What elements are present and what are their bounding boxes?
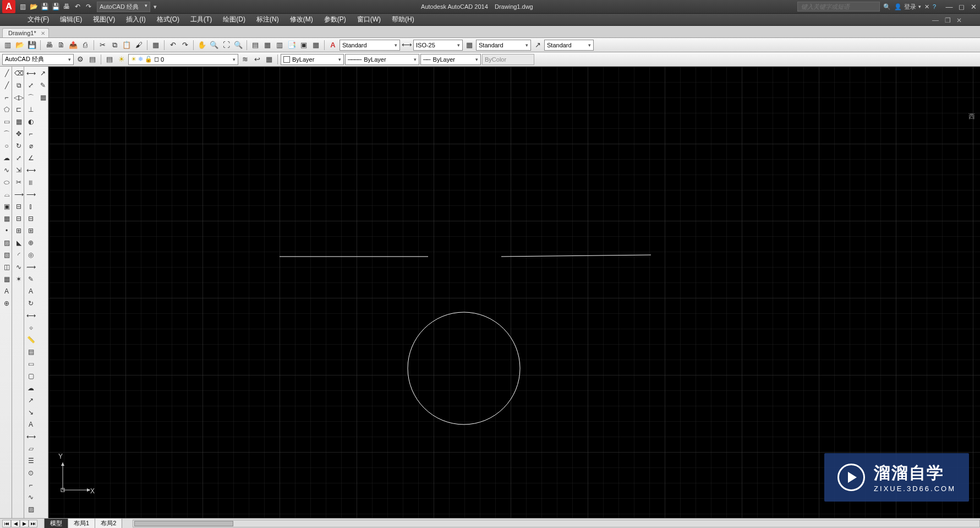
cut-icon[interactable]: ✂	[97, 40, 108, 51]
viewcube-west[interactable]: 西	[963, 100, 980, 133]
menu-tools[interactable]: 工具(T)	[185, 14, 217, 25]
menu-dimension[interactable]: 标注(N)	[251, 14, 284, 25]
layer-state-icon[interactable]: ▦	[264, 54, 275, 65]
layer-states-icon[interactable]: ☀	[116, 54, 127, 65]
jogged-linear-icon[interactable]: ⟿	[26, 262, 36, 272]
wipeout-icon[interactable]: ▭	[26, 359, 36, 369]
stretch-icon[interactable]: ⇲	[14, 165, 24, 175]
ellipse-arc-icon[interactable]: ⌓	[2, 189, 12, 199]
reassociate-icon[interactable]: ⟐	[26, 323, 36, 333]
text-icon[interactable]: A	[26, 420, 36, 429]
revcloud-icon[interactable]: ☁	[26, 383, 36, 393]
doc-minimize-icon[interactable]: —	[932, 17, 939, 24]
extend-icon[interactable]: ⟶	[14, 189, 24, 199]
dim-style-dropdown[interactable]: ISO-25	[413, 40, 463, 51]
prev-layout-icon[interactable]: ◀	[11, 520, 20, 527]
doc-restore-icon[interactable]: ❐	[945, 17, 951, 24]
layout-tab-layout1[interactable]: 布局1	[68, 519, 95, 529]
line-icon[interactable]: ╱	[2, 68, 12, 78]
blend-icon[interactable]: ∿	[14, 262, 24, 272]
plot-icon[interactable]: 🖶	[62, 2, 72, 12]
table-style-dropdown[interactable]: Standard	[476, 40, 531, 51]
layer-props-icon[interactable]: ▤	[104, 54, 115, 65]
dim-style-icon[interactable]: ⟷	[401, 40, 412, 51]
layout-tab-model[interactable]: 模型	[44, 519, 68, 529]
layer-prev-icon[interactable]: ↩	[251, 54, 262, 65]
saveas-icon[interactable]: 💾	[51, 2, 61, 12]
sign-in-button[interactable]: 👤 登录 ▾	[894, 3, 921, 11]
dim-break-icon[interactable]: ⊟	[26, 214, 36, 224]
arc-icon[interactable]: ⌒	[2, 129, 12, 139]
plot-preview-icon[interactable]: 🗎	[56, 40, 67, 51]
save-icon[interactable]: 💾	[40, 2, 50, 12]
zoom-window-icon[interactable]: ⛶	[221, 40, 232, 51]
match-props-icon[interactable]: 🖌	[133, 40, 144, 51]
lineweight-dropdown[interactable]: ── ByLayer	[420, 54, 481, 65]
redo-icon[interactable]: ↷	[179, 40, 190, 51]
copy-icon[interactable]: ⧉	[109, 40, 120, 51]
zoom-previous-icon[interactable]: 🔍	[233, 40, 244, 51]
area-icon[interactable]: ▱	[26, 444, 36, 454]
mleader-style-dropdown[interactable]: Standard	[544, 40, 594, 51]
search-icon[interactable]: 🔍	[883, 3, 891, 10]
table-style-icon[interactable]: ▦	[464, 40, 475, 51]
break-icon[interactable]: ⊟	[14, 214, 24, 224]
workspace-dropdown[interactable]: AutoCAD 经典 ▾	[97, 2, 150, 12]
gear-icon[interactable]: ⚙	[75, 54, 86, 65]
zoom-realtime-icon[interactable]: 🔍	[209, 40, 220, 51]
array-icon[interactable]: ▦	[14, 117, 24, 127]
scrollbar-thumb[interactable]	[134, 521, 233, 526]
scale-icon[interactable]: ⤢	[14, 153, 24, 163]
polyline-icon[interactable]: ⌐	[2, 92, 12, 102]
erase-icon[interactable]: ⌫	[14, 68, 24, 78]
construction-line-icon[interactable]: ╱	[2, 80, 12, 90]
dim-space-icon[interactable]: ⫿	[26, 202, 36, 211]
fillet-icon[interactable]: ◜	[14, 250, 24, 260]
app-logo[interactable]: A	[2, 0, 15, 13]
tool-palettes-icon[interactable]: ▥	[274, 40, 285, 51]
workspace-selector2[interactable]: AutoCAD 经典	[2, 54, 74, 65]
maximize-icon[interactable]: ◻	[957, 2, 966, 11]
layout-tab-layout2[interactable]: 布局2	[95, 519, 122, 529]
menu-format[interactable]: 格式(O)	[151, 14, 185, 25]
dim-angular-icon[interactable]: ∠	[26, 153, 36, 163]
menu-file[interactable]: 文件(F)	[22, 14, 54, 25]
first-layout-icon[interactable]: ⏮	[2, 520, 11, 527]
horizontal-scrollbar[interactable]	[133, 520, 980, 527]
color-dropdown[interactable]: ByLayer	[281, 54, 344, 65]
undo-icon[interactable]: ↶	[73, 2, 83, 12]
pan-icon[interactable]: ✋	[196, 40, 207, 51]
menu-insert[interactable]: 插入(I)	[121, 14, 151, 25]
infocenter-search-input[interactable]	[797, 2, 880, 12]
menu-edit[interactable]: 编辑(E)	[54, 14, 87, 25]
dim-jogged-icon[interactable]: ⌐	[26, 129, 36, 139]
exchange-icon[interactable]: ✕	[924, 3, 929, 10]
doc-close-icon[interactable]: ✕	[956, 17, 962, 24]
save-icon[interactable]: 💾	[26, 40, 37, 51]
trim-icon[interactable]: ✂	[14, 177, 24, 187]
undo-icon[interactable]: ↶	[167, 40, 178, 51]
break-at-point-icon[interactable]: ⊟	[14, 202, 24, 211]
list-icon[interactable]: ☰	[26, 456, 36, 466]
copy-obj-icon[interactable]: ⧉	[14, 80, 24, 90]
publish-icon[interactable]: 📤	[68, 40, 79, 51]
paste-icon[interactable]: 📋	[121, 40, 132, 51]
next-layout-icon[interactable]: ▶	[20, 520, 29, 527]
measure-icon[interactable]: 📏	[26, 335, 36, 345]
dim-aligned-icon[interactable]: ⤢	[26, 80, 36, 90]
menu-modify[interactable]: 修改(M)	[284, 14, 319, 25]
splinedit-icon[interactable]: ∿	[26, 492, 36, 502]
revision-cloud-icon[interactable]: ☁	[2, 153, 12, 163]
mleader-style-icon[interactable]: ↗	[532, 40, 543, 51]
mledit-icon[interactable]: ↗	[38, 68, 48, 78]
3dprint-icon[interactable]: ⎙	[80, 40, 91, 51]
dim-ordinate-icon[interactable]: ⊥	[26, 105, 36, 115]
hatch-icon[interactable]: ▨	[2, 238, 12, 248]
mirror-icon[interactable]: ◁▷	[14, 92, 24, 102]
dim-linear-icon[interactable]: ⟷	[26, 68, 36, 78]
mtext-icon[interactable]: A	[2, 286, 12, 296]
viewport-icon[interactable]: ▢	[26, 371, 36, 381]
battman-icon[interactable]: ▦	[38, 92, 48, 102]
region-icon[interactable]: ◫	[2, 262, 12, 272]
add-selected-icon[interactable]: ⊕	[2, 298, 12, 308]
